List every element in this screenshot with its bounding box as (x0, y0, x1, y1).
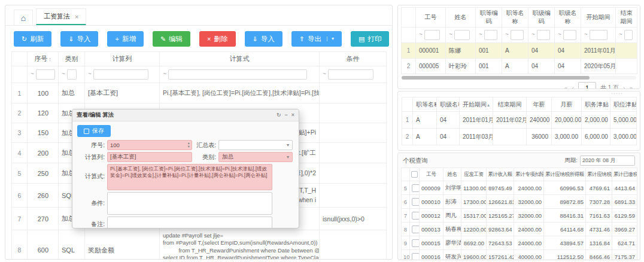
export-label: 导出 (308, 35, 321, 44)
export-button[interactable]: ⇑ 导出 ▾ (291, 31, 342, 47)
table-row[interactable]: 1A042011年01月2011年02月24000020,000.002,000… (402, 112, 637, 129)
table-row[interactable]: 1100加总[基本工资]Pi.[基本工资], [岗位工资]=Pi.[岗位工资],… (12, 83, 387, 103)
header-empno[interactable]: 工号 (416, 8, 446, 28)
import-button-2[interactable]: ⇓ 导入 (245, 31, 282, 47)
page-input[interactable] (578, 82, 596, 89)
chevron-down-icon[interactable]: ▾ (327, 36, 334, 41)
period-input[interactable] (580, 156, 635, 166)
table-row[interactable]: 2A042011年03月360003,000.006,000.003,000.0… (402, 129, 637, 145)
header-deduct[interactable]: 累计专项扣除 (514, 168, 544, 181)
header-annual[interactable]: 年薪 (527, 98, 552, 112)
header-lcode[interactable]: 职级编码 (528, 8, 555, 28)
filter-gcode-input[interactable] (484, 30, 497, 40)
filter-cat-input[interactable] (67, 69, 77, 80)
header-gross[interactable]: 应发工资 (461, 168, 487, 181)
seq-field-label: 序号: (72, 141, 105, 150)
header-tax[interactable]: 累计应纳税额 (586, 168, 612, 181)
header-end[interactable]: 结束期间 (493, 98, 527, 112)
spinner-icons[interactable]: ▲▼ (187, 141, 190, 148)
header-duty[interactable]: 职务津贴 (582, 98, 610, 112)
header-lname[interactable]: 职级名称 (555, 8, 581, 28)
row-checkbox[interactable] (412, 198, 420, 206)
header-empno[interactable]: 工号 (420, 168, 443, 181)
header-name[interactable]: 姓名 (443, 168, 461, 181)
header-checkbox[interactable] (410, 168, 420, 181)
filter-end-input[interactable] (624, 30, 633, 40)
header-gname[interactable]: 职等名称 (502, 8, 528, 28)
header-income[interactable]: 累计收入额 (487, 168, 514, 181)
filter-gname-input[interactable] (511, 30, 524, 40)
header-lname[interactable]: 职级名称 (437, 98, 460, 112)
seq-field[interactable] (107, 140, 192, 150)
row-checkbox[interactable] (412, 226, 420, 233)
table-row[interactable]: 5000009刘学明11300.0089745.4924000.0060996.… (402, 181, 637, 195)
row-checkbox[interactable] (412, 239, 420, 247)
cell-cb (410, 209, 420, 223)
formula-field[interactable]: Pi.[基本工资], [岗位工资]=Pi.[岗位工资],[技术津贴]=Pi.[技… (107, 164, 272, 190)
dialog-collapse-icon[interactable]: − (284, 112, 287, 118)
filter-seq-input[interactable] (36, 69, 55, 80)
table-row[interactable]: 8600SQL奖励金额update #Payroll set jlje= fro… (12, 230, 387, 260)
import-button-1[interactable]: ⇓ 导入 (60, 31, 98, 47)
header-monthly[interactable]: 月薪 (552, 98, 582, 112)
save-button[interactable]: 保存 (77, 125, 111, 137)
filter-col-input[interactable] (93, 69, 148, 80)
filter-name-input[interactable] (454, 30, 470, 40)
dialog-close-icon[interactable]: × (291, 112, 294, 118)
header-gcode[interactable]: 职等编码 (476, 8, 502, 28)
select-all-checkbox[interactable] (411, 171, 418, 178)
refresh-button[interactable]: ↻ 刷新 (14, 31, 51, 47)
resize-handle-dots[interactable]: ····· (398, 92, 640, 97)
header-col[interactable]: 计算列 (85, 52, 160, 66)
cat-select[interactable]: 加总 ▾ (218, 152, 293, 162)
tab-close-icon[interactable]: × (75, 13, 78, 20)
header-end[interactable]: 结束期间 (616, 8, 637, 28)
first-page-icon[interactable]: « (564, 85, 568, 90)
header-post[interactable]: 职位津贴 (610, 98, 637, 112)
filter-lname-input[interactable] (563, 30, 576, 40)
header-name[interactable]: 姓名 (446, 8, 476, 28)
sort-icon[interactable]: ↕ (48, 56, 51, 62)
next-page-icon[interactable]: › (623, 85, 625, 90)
summary-select[interactable]: ▾ (218, 140, 293, 150)
header-seq[interactable]: 序号↕ (28, 52, 59, 66)
dialog-title-bar[interactable]: 查看/编辑 算法 ↻ − × (72, 109, 299, 121)
table-row[interactable]: 10000016研发兴19600.00157261.4240000.001125… (402, 250, 637, 261)
filter-start-input[interactable] (590, 30, 607, 40)
filter-formula-input[interactable] (168, 69, 307, 80)
scrollbar-thumb[interactable] (402, 76, 590, 80)
header-formula[interactable]: 计算式 (160, 52, 320, 66)
col-field[interactable] (107, 152, 192, 162)
header-cat[interactable]: 类别 (59, 52, 85, 66)
delete-button[interactable]: × 删除 (199, 31, 235, 47)
table-row[interactable]: 8000013杨春梅12200.0092863.6424000.0064114.… (402, 223, 637, 236)
header-cond[interactable]: 条件 (320, 52, 387, 66)
filter-empno-input[interactable] (424, 30, 440, 40)
add-button[interactable]: + 新增 (107, 31, 143, 47)
table-row[interactable]: 6000010彭涛17300.00126621.8132000.0089872.… (402, 195, 637, 209)
note-field[interactable] (107, 217, 272, 229)
edit-button[interactable]: ✎ 编辑 (153, 31, 190, 47)
dialog-refresh-icon[interactable]: ↻ (277, 112, 281, 118)
cond-field[interactable] (107, 192, 272, 215)
print-button[interactable]: ▤ 打印 (351, 31, 389, 47)
table-row[interactable]: 2000005叶彩玲001A04042020年05月 (402, 59, 637, 74)
header-paid[interactable]: 累计已缴税额 (612, 168, 637, 181)
sort-asc-icon[interactable]: ▴ (487, 102, 490, 108)
header-start[interactable]: 开始期间▴ (460, 98, 493, 112)
header-taxable[interactable]: 累计应纳税所得额 (544, 168, 586, 181)
row-checkbox[interactable] (412, 212, 420, 220)
last-page-icon[interactable]: » (629, 85, 633, 90)
filter-cond-input[interactable] (328, 69, 373, 80)
table-row[interactable]: 9000015廖华清8692.0072643.5324000.0043894.5… (402, 236, 637, 250)
row-checkbox[interactable] (412, 253, 420, 261)
header-start[interactable]: 开始期间 (581, 8, 616, 28)
header-gname[interactable]: 职等名称 (413, 98, 437, 112)
table-row[interactable]: 7000012周凡15317.00125165.2732000.0088416.… (402, 209, 637, 223)
table-row[interactable]: 1000001陈娜001A04042011年01月 (402, 43, 637, 59)
tab-salary-algorithm[interactable]: 工资算法 × (36, 8, 86, 25)
prev-page-icon[interactable]: ‹ (572, 85, 574, 90)
home-tab[interactable]: ⌂ (14, 10, 33, 25)
row-checkbox[interactable] (412, 184, 420, 192)
filter-lcode-input[interactable] (537, 30, 550, 40)
